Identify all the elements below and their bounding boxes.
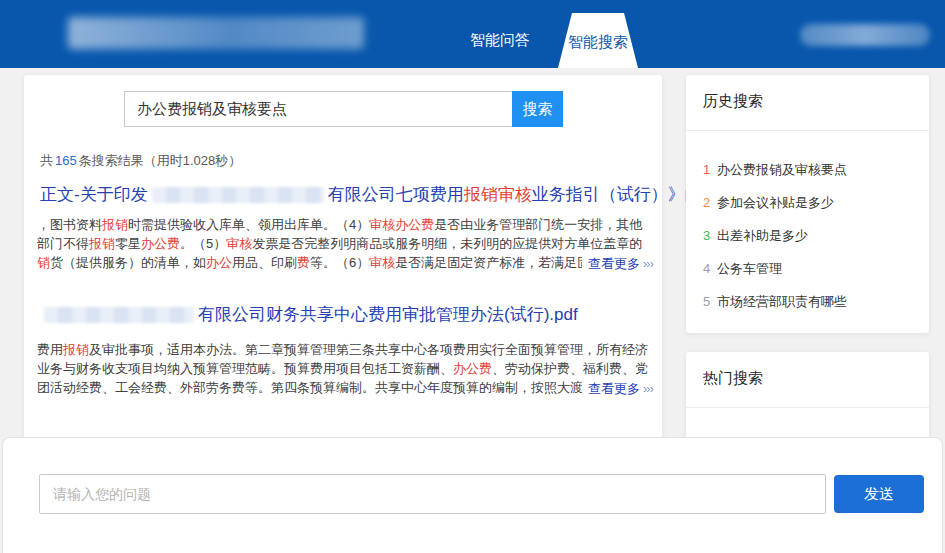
snippet-text: 费用报销及审批事项，适用本办法。第二章预算管理第三条共享中心各项费用实行全面预算… <box>37 342 648 398</box>
history-item[interactable]: 1办公费报销及审核要点 <box>703 161 913 181</box>
hot-search-panel: 热门搜索 <box>686 352 929 448</box>
search-input[interactable] <box>124 91 512 127</box>
rank-number: 1 <box>703 162 717 177</box>
view-more-link[interactable]: 查看更多››› <box>582 254 653 273</box>
divider <box>686 130 929 131</box>
result-snippet: 费用报销及审批事项，适用本办法。第二章预算管理第三条共享中心各项费用实行全面预算… <box>37 340 655 398</box>
history-item-label: 办公费报销及审核要点 <box>717 162 847 177</box>
send-button[interactable]: 发送 <box>834 475 924 513</box>
rank-number: 4 <box>703 261 717 276</box>
view-more-link[interactable]: 查看更多››› <box>582 379 653 398</box>
result-snippet: ，图书资料报销时需提供验收入库单、领用出库单。（4）审核办公费是否由业务管理部门… <box>37 215 655 273</box>
user-account-label[interactable] <box>800 24 930 46</box>
tab-smart-qa[interactable]: 智能问答 <box>440 26 560 54</box>
snippet-text: ，图书资料报销时需提供验收入库单、领用出库单。（4）审核办公费是否由业务管理部门… <box>37 217 642 273</box>
app-logo <box>68 17 364 49</box>
top-navbar: 智能问答 智能搜索 <box>0 0 945 68</box>
more-arrows-icon: ››› <box>643 381 653 396</box>
history-item[interactable]: 5市场经营部职责有哪些 <box>703 293 913 313</box>
search-results-panel: 搜索 共165条搜索结果（用时1.028秒） 正文-关于印发有限公司七项费用报销… <box>24 75 662 447</box>
result-title-link[interactable]: 正文-关于印发有限公司七项费用报销审核业务指引（试行）》的通知.pdf <box>40 183 764 206</box>
question-input[interactable] <box>39 474 826 514</box>
results-count: 165 <box>55 153 77 168</box>
history-item-label: 公务车管理 <box>717 261 782 276</box>
app-window: 智能问答 智能搜索 搜索 共165条搜索结果（用时1.028秒） 正文-关于印发… <box>0 0 945 553</box>
rank-number: 2 <box>703 195 717 210</box>
history-search-title: 历史搜索 <box>703 92 763 111</box>
history-item[interactable]: 2参加会议补贴是多少 <box>703 194 913 214</box>
summary-suffix: 条搜索结果（用时1.028秒） <box>79 153 242 168</box>
hot-search-title: 热门搜索 <box>703 369 763 388</box>
rank-number: 3 <box>703 228 717 243</box>
history-item-label: 市场经营部职责有哪些 <box>717 294 847 309</box>
question-bar: 发送 <box>2 437 943 553</box>
tab-smart-search[interactable]: 智能搜索 <box>558 13 638 68</box>
divider <box>686 407 929 408</box>
rank-number: 5 <box>703 294 717 309</box>
history-item[interactable]: 3出差补助是多少 <box>703 227 913 247</box>
redacted-text <box>44 307 194 323</box>
search-button[interactable]: 搜索 <box>512 91 563 127</box>
redacted-text <box>152 187 324 203</box>
result-title-link[interactable]: 有限公司财务共享中心费用审批管理办法(试行).pdf <box>40 303 578 326</box>
results-summary: 共165条搜索结果（用时1.028秒） <box>40 152 241 170</box>
history-item-label: 参加会议补贴是多少 <box>717 195 834 210</box>
history-item[interactable]: 4公务车管理 <box>703 260 913 280</box>
history-search-panel: 历史搜索 1办公费报销及审核要点 2参加会议补贴是多少 3出差补助是多少 4公务… <box>686 75 929 333</box>
history-item-label: 出差补助是多少 <box>717 228 808 243</box>
more-arrows-icon: ››› <box>643 256 653 271</box>
summary-prefix: 共 <box>40 153 53 168</box>
